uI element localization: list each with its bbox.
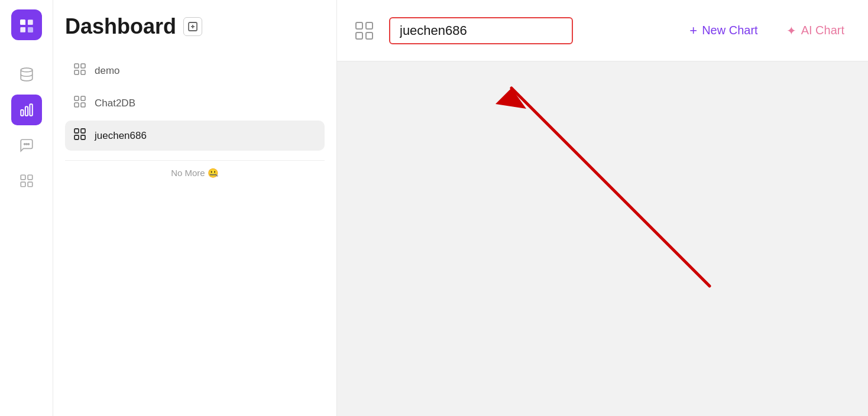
svg-rect-14 — [28, 182, 33, 187]
svg-rect-23 — [81, 96, 85, 100]
sidebar-chat-btn[interactable] — [11, 130, 42, 161]
svg-rect-26 — [75, 129, 79, 133]
nav-item-juechen686-label: juechen686 — [95, 130, 147, 142]
svg-rect-29 — [81, 135, 85, 139]
add-dashboard-button[interactable] — [183, 17, 202, 36]
svg-point-10 — [28, 144, 29, 145]
svg-rect-19 — [81, 64, 85, 68]
svg-rect-0 — [20, 20, 25, 25]
nav-item-chat2db-icon — [73, 95, 86, 111]
page-title: Dashboard — [65, 14, 176, 39]
no-more-indicator: No More 🤐 — [65, 160, 325, 178]
svg-rect-12 — [28, 175, 33, 180]
svg-marker-35 — [495, 88, 526, 109]
svg-rect-20 — [75, 70, 79, 74]
nav-item-chat2db-label: Chat2DB — [95, 98, 135, 109]
svg-rect-30 — [356, 22, 362, 29]
svg-rect-7 — [30, 104, 32, 116]
ai-chart-label: AI Chart — [801, 24, 844, 37]
nav-item-juechen686-icon — [73, 128, 86, 144]
svg-rect-6 — [25, 107, 27, 116]
dashboard-name-input[interactable] — [389, 17, 573, 44]
sidebar-chart-btn[interactable] — [11, 95, 42, 125]
svg-rect-28 — [75, 135, 79, 139]
new-chart-plus-icon: + — [689, 23, 697, 38]
svg-rect-24 — [75, 103, 79, 107]
svg-rect-27 — [81, 129, 85, 133]
panel-header: Dashboard — [65, 14, 325, 39]
svg-rect-11 — [21, 175, 25, 180]
svg-rect-21 — [81, 70, 85, 74]
svg-rect-13 — [21, 182, 25, 187]
svg-rect-5 — [21, 110, 23, 116]
new-chart-button[interactable]: + New Chart — [682, 18, 765, 43]
main-content — [337, 61, 868, 416]
ai-chart-button[interactable]: ✦ AI Chart — [779, 19, 851, 43]
svg-rect-25 — [81, 103, 85, 107]
nav-item-chat2db[interactable]: Chat2DB — [65, 88, 325, 118]
svg-rect-18 — [75, 64, 79, 68]
svg-rect-2 — [20, 27, 25, 32]
svg-rect-31 — [366, 22, 373, 29]
dashboard-nav-list: demo Chat2DB — [65, 56, 325, 151]
sidebar-dashboard-btn[interactable] — [11, 165, 42, 196]
icon-sidebar — [0, 0, 53, 416]
ai-chart-sparkle-icon: ✦ — [786, 24, 796, 38]
new-chart-label: New Chart — [702, 24, 757, 37]
toolbar-grid-icon — [354, 20, 375, 41]
svg-rect-3 — [28, 27, 33, 32]
sidebar-database-btn[interactable] — [11, 59, 42, 90]
svg-point-9 — [25, 144, 27, 145]
nav-item-juechen686[interactable]: juechen686 — [65, 121, 325, 151]
svg-rect-33 — [366, 32, 373, 39]
svg-point-8 — [24, 144, 25, 145]
svg-rect-32 — [356, 32, 362, 39]
svg-rect-22 — [75, 96, 79, 100]
app-logo[interactable] — [11, 9, 42, 40]
annotation-arrow — [337, 61, 868, 416]
nav-item-demo-label: demo — [95, 65, 120, 77]
left-panel: Dashboard demo — [53, 0, 337, 416]
svg-line-34 — [511, 88, 710, 286]
svg-rect-1 — [28, 20, 33, 25]
svg-point-4 — [21, 68, 33, 72]
main-area: + New Chart ✦ AI Chart — [337, 0, 868, 416]
nav-item-demo[interactable]: demo — [65, 56, 325, 86]
main-toolbar: + New Chart ✦ AI Chart — [337, 0, 868, 61]
nav-item-demo-icon — [73, 63, 86, 79]
